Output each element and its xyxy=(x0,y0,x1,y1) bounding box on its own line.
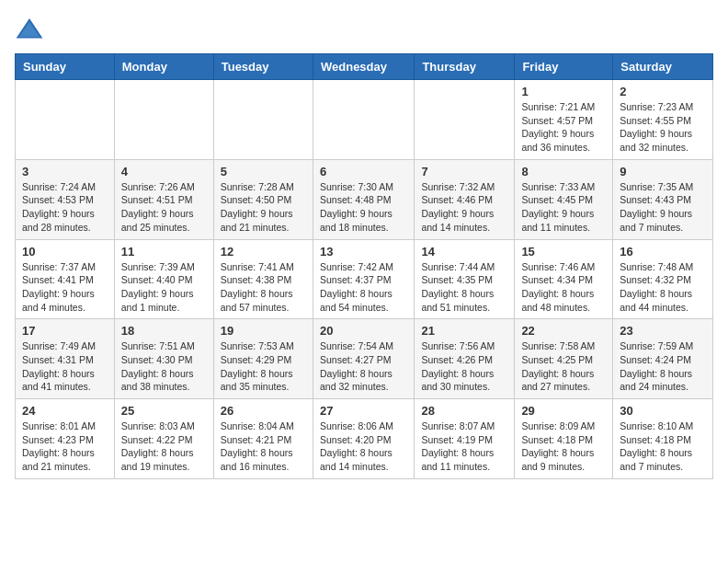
day-info: Sunrise: 7:41 AM Sunset: 4:38 PM Dayligh… xyxy=(221,260,306,315)
day-info: Sunrise: 8:07 AM Sunset: 4:19 PM Dayligh… xyxy=(421,419,507,474)
calendar-cell: 2Sunrise: 7:23 AM Sunset: 4:55 PM Daylig… xyxy=(613,80,713,160)
day-number: 13 xyxy=(320,245,407,259)
calendar-cell: 25Sunrise: 8:03 AM Sunset: 4:22 PM Dayli… xyxy=(114,399,213,479)
day-info: Sunrise: 7:33 AM Sunset: 4:45 PM Dayligh… xyxy=(521,180,606,235)
calendar-cell: 15Sunrise: 7:46 AM Sunset: 4:34 PM Dayli… xyxy=(515,239,613,319)
calendar-week-row: 10Sunrise: 7:37 AM Sunset: 4:41 PM Dayli… xyxy=(16,239,713,319)
col-header-monday: Monday xyxy=(114,54,213,80)
calendar-cell: 21Sunrise: 7:56 AM Sunset: 4:26 PM Dayli… xyxy=(415,319,515,399)
day-number: 5 xyxy=(221,165,306,178)
logo-icon xyxy=(15,15,44,44)
day-info: Sunrise: 8:03 AM Sunset: 4:22 PM Dayligh… xyxy=(121,419,207,474)
calendar-header-row: SundayMondayTuesdayWednesdayThursdayFrid… xyxy=(16,54,713,80)
day-info: Sunrise: 7:54 AM Sunset: 4:27 PM Dayligh… xyxy=(320,339,407,394)
day-info: Sunrise: 8:04 AM Sunset: 4:21 PM Dayligh… xyxy=(221,419,306,474)
day-number: 3 xyxy=(22,165,108,178)
day-number: 15 xyxy=(521,245,606,259)
day-number: 21 xyxy=(421,324,507,338)
day-number: 7 xyxy=(421,165,507,178)
day-info: Sunrise: 7:24 AM Sunset: 4:53 PM Dayligh… xyxy=(22,180,108,235)
logo xyxy=(15,15,48,44)
col-header-tuesday: Tuesday xyxy=(213,54,313,80)
calendar-week-row: 1Sunrise: 7:21 AM Sunset: 4:57 PM Daylig… xyxy=(16,80,713,160)
calendar-cell: 4Sunrise: 7:26 AM Sunset: 4:51 PM Daylig… xyxy=(114,159,213,239)
day-info: Sunrise: 7:21 AM Sunset: 4:57 PM Dayligh… xyxy=(521,100,606,155)
calendar-week-row: 24Sunrise: 8:01 AM Sunset: 4:23 PM Dayli… xyxy=(16,399,713,479)
calendar-cell: 27Sunrise: 8:06 AM Sunset: 4:20 PM Dayli… xyxy=(313,399,414,479)
calendar-cell xyxy=(313,80,414,160)
calendar-cell: 18Sunrise: 7:51 AM Sunset: 4:30 PM Dayli… xyxy=(114,319,213,399)
day-info: Sunrise: 7:49 AM Sunset: 4:31 PM Dayligh… xyxy=(22,339,108,394)
day-number: 29 xyxy=(521,404,606,418)
day-number: 11 xyxy=(121,245,207,259)
day-info: Sunrise: 7:51 AM Sunset: 4:30 PM Dayligh… xyxy=(121,339,207,394)
day-info: Sunrise: 7:23 AM Sunset: 4:55 PM Dayligh… xyxy=(620,100,706,155)
day-info: Sunrise: 7:42 AM Sunset: 4:37 PM Dayligh… xyxy=(320,260,407,315)
day-info: Sunrise: 7:59 AM Sunset: 4:24 PM Dayligh… xyxy=(620,339,706,394)
calendar-cell: 26Sunrise: 8:04 AM Sunset: 4:21 PM Dayli… xyxy=(213,399,313,479)
calendar-cell: 3Sunrise: 7:24 AM Sunset: 4:53 PM Daylig… xyxy=(16,159,115,239)
day-number: 22 xyxy=(521,324,606,338)
day-number: 8 xyxy=(521,165,606,178)
calendar-cell: 7Sunrise: 7:32 AM Sunset: 4:46 PM Daylig… xyxy=(415,159,515,239)
calendar-cell: 14Sunrise: 7:44 AM Sunset: 4:35 PM Dayli… xyxy=(415,239,515,319)
day-info: Sunrise: 7:58 AM Sunset: 4:25 PM Dayligh… xyxy=(521,339,606,394)
calendar-cell: 16Sunrise: 7:48 AM Sunset: 4:32 PM Dayli… xyxy=(613,239,713,319)
day-info: Sunrise: 8:10 AM Sunset: 4:18 PM Dayligh… xyxy=(620,419,706,474)
day-number: 28 xyxy=(421,404,507,418)
calendar-cell: 13Sunrise: 7:42 AM Sunset: 4:37 PM Dayli… xyxy=(313,239,414,319)
calendar-cell: 5Sunrise: 7:28 AM Sunset: 4:50 PM Daylig… xyxy=(213,159,313,239)
day-info: Sunrise: 7:44 AM Sunset: 4:35 PM Dayligh… xyxy=(421,260,507,315)
calendar-table: SundayMondayTuesdayWednesdayThursdayFrid… xyxy=(15,53,713,479)
calendar-cell: 22Sunrise: 7:58 AM Sunset: 4:25 PM Dayli… xyxy=(515,319,613,399)
col-header-sunday: Sunday xyxy=(16,54,115,80)
calendar-cell: 11Sunrise: 7:39 AM Sunset: 4:40 PM Dayli… xyxy=(114,239,213,319)
day-number: 26 xyxy=(221,404,306,418)
calendar-cell: 10Sunrise: 7:37 AM Sunset: 4:41 PM Dayli… xyxy=(16,239,115,319)
day-info: Sunrise: 7:53 AM Sunset: 4:29 PM Dayligh… xyxy=(221,339,306,394)
day-number: 4 xyxy=(121,165,207,178)
calendar-cell: 24Sunrise: 8:01 AM Sunset: 4:23 PM Dayli… xyxy=(16,399,115,479)
day-info: Sunrise: 7:48 AM Sunset: 4:32 PM Dayligh… xyxy=(620,260,706,315)
calendar-week-row: 3Sunrise: 7:24 AM Sunset: 4:53 PM Daylig… xyxy=(16,159,713,239)
day-info: Sunrise: 7:26 AM Sunset: 4:51 PM Dayligh… xyxy=(121,180,207,235)
day-number: 24 xyxy=(22,404,108,418)
day-number: 27 xyxy=(320,404,407,418)
day-number: 2 xyxy=(620,85,706,98)
day-number: 9 xyxy=(620,165,706,178)
calendar-cell xyxy=(415,80,515,160)
calendar-cell: 23Sunrise: 7:59 AM Sunset: 4:24 PM Dayli… xyxy=(613,319,713,399)
calendar-cell: 9Sunrise: 7:35 AM Sunset: 4:43 PM Daylig… xyxy=(613,159,713,239)
day-number: 12 xyxy=(221,245,306,259)
calendar-cell xyxy=(213,80,313,160)
day-number: 10 xyxy=(22,245,108,259)
day-info: Sunrise: 7:28 AM Sunset: 4:50 PM Dayligh… xyxy=(221,180,306,235)
day-info: Sunrise: 7:56 AM Sunset: 4:26 PM Dayligh… xyxy=(421,339,507,394)
col-header-wednesday: Wednesday xyxy=(313,54,414,80)
page-header xyxy=(15,15,713,44)
day-info: Sunrise: 8:06 AM Sunset: 4:20 PM Dayligh… xyxy=(320,419,407,474)
day-info: Sunrise: 8:01 AM Sunset: 4:23 PM Dayligh… xyxy=(22,419,108,474)
day-number: 18 xyxy=(121,324,207,338)
day-number: 16 xyxy=(620,245,706,259)
day-number: 20 xyxy=(320,324,407,338)
calendar-cell xyxy=(114,80,213,160)
calendar-cell: 12Sunrise: 7:41 AM Sunset: 4:38 PM Dayli… xyxy=(213,239,313,319)
day-number: 23 xyxy=(620,324,706,338)
calendar-cell: 6Sunrise: 7:30 AM Sunset: 4:48 PM Daylig… xyxy=(313,159,414,239)
day-number: 19 xyxy=(221,324,306,338)
day-number: 17 xyxy=(22,324,108,338)
day-number: 25 xyxy=(121,404,207,418)
day-number: 6 xyxy=(320,165,407,178)
calendar-cell: 17Sunrise: 7:49 AM Sunset: 4:31 PM Dayli… xyxy=(16,319,115,399)
day-info: Sunrise: 7:46 AM Sunset: 4:34 PM Dayligh… xyxy=(521,260,606,315)
calendar-cell xyxy=(16,80,115,160)
calendar-cell: 29Sunrise: 8:09 AM Sunset: 4:18 PM Dayli… xyxy=(515,399,613,479)
day-info: Sunrise: 7:32 AM Sunset: 4:46 PM Dayligh… xyxy=(421,180,507,235)
calendar-cell: 28Sunrise: 8:07 AM Sunset: 4:19 PM Dayli… xyxy=(415,399,515,479)
calendar-cell: 8Sunrise: 7:33 AM Sunset: 4:45 PM Daylig… xyxy=(515,159,613,239)
day-info: Sunrise: 7:37 AM Sunset: 4:41 PM Dayligh… xyxy=(22,260,108,315)
calendar-cell: 19Sunrise: 7:53 AM Sunset: 4:29 PM Dayli… xyxy=(213,319,313,399)
day-number: 1 xyxy=(521,85,606,98)
day-number: 30 xyxy=(620,404,706,418)
